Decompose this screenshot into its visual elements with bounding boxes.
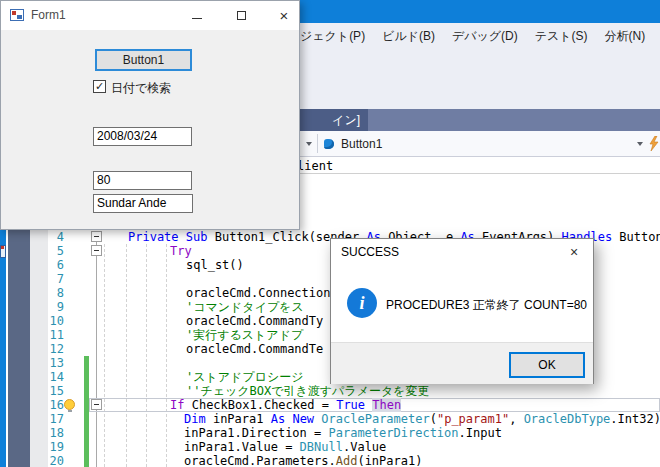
code-token: Try: [170, 244, 192, 258]
code-token: Button1.Click: [612, 230, 660, 244]
code-token: inPara1.Value =: [184, 440, 300, 454]
code-token: [179, 230, 186, 244]
close-icon[interactable]: ×: [269, 1, 299, 30]
line-number: 15: [34, 384, 64, 398]
code-token: Sub: [186, 230, 208, 244]
winforms-app-icon: [10, 9, 24, 21]
menu-item[interactable]: テスト(S): [535, 28, 588, 45]
dialog-footer: OK: [331, 342, 593, 384]
code-token: sql_st(): [186, 258, 244, 272]
code-token: "p_param1": [437, 412, 509, 426]
code-token: oracleCmd.Parameters.: [184, 454, 336, 467]
code-text: Try: [102, 244, 192, 258]
code-text: sql_st(): [102, 258, 244, 272]
code-token: ''チェックBOXで引き渡すパラメータを変更: [186, 384, 430, 398]
code-token: .Value: [343, 440, 386, 454]
line-number: 12: [34, 342, 64, 356]
members-combo[interactable]: Button1: [341, 137, 382, 151]
form1-window: Form1 × Button1 ✓ 日付で検索 2008/03/24 80 Su…: [0, 0, 300, 230]
code-token: oracleCmd.CommandTe: [186, 342, 323, 356]
editor-line[interactable]: 18inPara1.Direction = ParameterDirection…: [0, 426, 660, 440]
minimize-button[interactable]: [182, 1, 212, 30]
code-text: If CheckBox1.Checked = True Then: [102, 398, 401, 412]
code-token: inPara1.Direction =: [184, 426, 329, 440]
code-text: oracleCmd.CommandTy: [102, 314, 323, 328]
events-lightning-icon[interactable]: [649, 136, 659, 151]
line-number: 19: [34, 440, 64, 454]
checkbox1[interactable]: ✓: [93, 80, 106, 93]
code-text: oracleCmd.CommandTe: [102, 342, 323, 356]
line-number: 14: [34, 370, 64, 384]
editor-line[interactable]: 15''チェックBOXで引き渡すパラメータを変更: [0, 384, 660, 398]
ok-button[interactable]: OK: [509, 352, 585, 378]
code-token: ParameterDirection: [329, 426, 459, 440]
code-token: CheckBox1.Checked =: [184, 398, 336, 412]
count-textbox[interactable]: 80: [93, 171, 192, 190]
lightbulb-icon[interactable]: [64, 399, 75, 410]
background-window-icon: [0, 245, 6, 258]
code-token: oracleCmd.CommandTy: [186, 314, 323, 328]
line-number: 18: [34, 426, 64, 440]
menu-item[interactable]: 分析(N): [605, 28, 646, 45]
info-icon: i: [347, 288, 377, 318]
code-text: 'コマンドタイプをス: [102, 300, 304, 314]
code-token: .Input: [459, 426, 502, 440]
menu-item[interactable]: デバッグ(D): [452, 28, 518, 45]
success-dialog: SUCCESS × i PROCEDURE3 正常終了 COUNT=80 OK: [330, 238, 594, 384]
code-token: True: [336, 398, 365, 412]
code-token: Dim: [184, 412, 206, 426]
button1[interactable]: Button1: [95, 49, 192, 71]
code-token: '実行するストアドプ: [186, 328, 303, 342]
editor-line[interactable]: 20oracleCmd.Parameters.Add(inPara1): [0, 454, 660, 467]
line-number: 10: [34, 314, 64, 328]
code-text: inPara1.Direction = ParameterDirection.I…: [102, 426, 502, 440]
line-number: 9: [34, 300, 64, 314]
fold-toggle[interactable]: [91, 399, 102, 410]
line-number: 5: [34, 244, 64, 258]
form1-titlebar[interactable]: Form1 ×: [1, 1, 299, 30]
code-text: 'ストアドプロシージ: [102, 370, 303, 384]
code-text: Dim inPara1 As New OracleParameter("p_pa…: [102, 412, 660, 426]
fold-toggle[interactable]: [91, 231, 102, 242]
code-text: oracleCmd.Parameters.Add(inPara1): [102, 454, 422, 467]
close-icon[interactable]: ×: [563, 242, 585, 262]
line-number: 13: [34, 356, 64, 370]
code-token: Then: [372, 398, 401, 412]
code-token: (: [430, 412, 437, 426]
line-number: 7: [34, 272, 64, 286]
code-token: (inPara1): [357, 454, 422, 467]
navbar-separator: [317, 134, 318, 153]
types-combo-arrow-icon[interactable]: [306, 142, 312, 146]
code-token: 'コマンドタイプをス: [186, 300, 304, 314]
code-token: Private: [128, 230, 179, 244]
form1-title: Form1: [31, 8, 66, 22]
editor-line[interactable]: 16If CheckBox1.Checked = True Then: [0, 398, 660, 412]
menu-item[interactable]: ジェクト(P): [300, 28, 365, 45]
editor-line[interactable]: 19inPara1.Value = DBNull.Value: [0, 440, 660, 454]
line-number: 16: [34, 398, 64, 412]
dialog-title: SUCCESS: [341, 245, 399, 259]
code-text: oracleCmd.Connection: [102, 286, 331, 300]
line-number: 20: [34, 454, 64, 467]
code-token: Add: [336, 454, 358, 467]
code-text: ''チェックBOXで引き渡すパラメータを変更: [102, 384, 430, 398]
code-token: 'ストアドプロシージ: [186, 370, 303, 384]
code-token: DBNull: [300, 440, 343, 454]
line-number: 4: [34, 230, 64, 244]
code-token: OracleParameter: [321, 412, 429, 426]
code-token: As: [271, 412, 285, 426]
maximize-button[interactable]: [226, 1, 256, 30]
code-text: '実行するストアドプ: [102, 328, 303, 342]
date-textbox[interactable]: 2008/03/24: [93, 127, 192, 146]
code-token: If: [170, 398, 184, 412]
screen: ジェクト(P)ビルド(B)デバッグ(D)テスト(S)分析(N)ツール( ug A…: [0, 0, 660, 467]
fold-toggle[interactable]: [91, 245, 102, 256]
line-number: 17: [34, 412, 64, 426]
editor-line[interactable]: 17Dim inPara1 As New OracleParameter("p_…: [0, 412, 660, 426]
dialog-message: PROCEDURE3 正常終了 COUNT=80: [386, 297, 587, 314]
members-combo-arrow-icon[interactable]: [637, 142, 643, 146]
menu-item[interactable]: ビルド(B): [382, 28, 435, 45]
code-token: inPara1: [206, 412, 271, 426]
code-text: inPara1.Value = DBNull.Value: [102, 440, 386, 454]
name-textbox[interactable]: Sundar Ande: [93, 194, 193, 213]
